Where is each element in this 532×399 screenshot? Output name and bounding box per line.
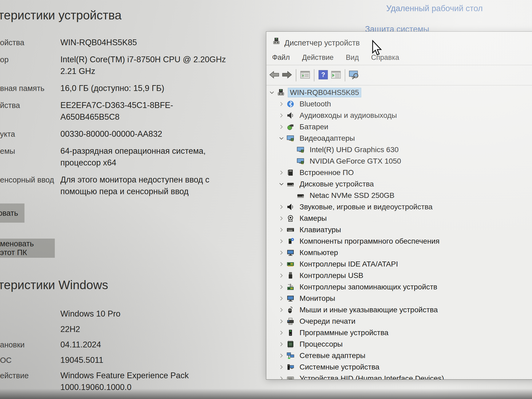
tree-item[interactable]: Встроенное ПО <box>266 167 532 178</box>
remote-desktop-link[interactable]: Удаленный рабочий стол <box>386 4 483 13</box>
chevron-right-icon[interactable] <box>278 353 285 358</box>
chevron-right-icon[interactable] <box>278 296 285 301</box>
back-button[interactable] <box>268 68 281 82</box>
bluetooth-icon <box>286 100 295 108</box>
tree-item[interactable]: Очереди печати <box>266 315 532 327</box>
device-specs-heading: теристики устройства <box>0 8 122 22</box>
menu-item[interactable]: Справка <box>371 53 399 62</box>
tree-item[interactable]: Контроллеры запоминающих устройств <box>266 281 532 293</box>
spec-value: 22H2 <box>60 323 80 335</box>
windows-spec-row: ействиеWindows Feature Experience Pack 1… <box>0 370 263 393</box>
tree-item[interactable]: Программные устройства <box>266 327 532 338</box>
chevron-right-icon[interactable] <box>278 239 285 244</box>
tree-item[interactable]: WIN-RQB04HS5K85 <box>266 87 532 98</box>
spec-value: EE2EFA7C-D363-45C1-8BFE- A650B465B5C8 <box>60 99 173 123</box>
tree-item[interactable]: NVIDIA GeForce GTX 1050 <box>266 155 532 167</box>
chevron-right-icon[interactable] <box>278 376 285 380</box>
help-button[interactable]: ? <box>317 68 330 82</box>
chevron-right-icon[interactable] <box>278 273 285 278</box>
chevron-right-icon[interactable] <box>278 113 285 118</box>
spec-label: ействие <box>0 370 60 393</box>
toolbar-separator <box>314 69 314 81</box>
chevron-right-icon[interactable] <box>278 102 285 106</box>
menu-bar: ФайлДействиеВидСправка <box>266 50 532 65</box>
window-list-icon <box>331 70 341 80</box>
tree-item[interactable]: Клавиатуры <box>266 224 532 235</box>
rename-pc-button[interactable]: меновать этот ПК <box>0 239 55 258</box>
chevron-right-icon[interactable] <box>278 124 285 129</box>
spec-label <box>0 308 60 320</box>
device-manager-window: Диспетчер устройств ФайлДействиеВидСправ… <box>266 31 532 380</box>
tree-item[interactable]: Дисковые устройства <box>266 178 532 190</box>
firmware-icon <box>286 168 295 177</box>
device-spec-row: орIntel(R) Core(TM) i7-8750H CPU @ 2.20G… <box>0 54 263 77</box>
chevron-right-icon[interactable] <box>278 205 285 209</box>
storage-icon <box>286 283 295 291</box>
tree-item[interactable]: Видеоадаптеры <box>266 132 532 144</box>
scan-hardware-changes-button[interactable] <box>348 68 360 82</box>
tree-item[interactable]: Аудиовходы и аудиовыходы <box>266 110 532 121</box>
tree-item[interactable]: Камеры <box>266 213 532 224</box>
chevron-right-icon[interactable] <box>278 319 285 324</box>
battery-icon <box>286 123 295 131</box>
tree-item[interactable]: Компоненты программного обеспечения <box>266 235 532 247</box>
tree-item[interactable]: Контроллеры IDE ATA/ATAPI <box>266 258 532 270</box>
chevron-down-icon[interactable] <box>268 90 275 95</box>
show-console-tree-button[interactable] <box>299 68 311 82</box>
tree-item[interactable]: Системные устройства <box>266 361 532 373</box>
title-bar[interactable]: Диспетчер устройств <box>266 32 532 50</box>
display-icon <box>286 134 295 143</box>
chevron-right-icon[interactable] <box>278 227 285 232</box>
tree-item[interactable]: Мыши и иные указывающие устройства <box>266 304 532 315</box>
device-spec-row: вная память16,0 ГБ (доступно: 15,9 ГБ) <box>0 82 263 94</box>
menu-item[interactable]: Вид <box>346 53 359 62</box>
disk-icon <box>286 180 295 188</box>
copy-button[interactable]: овать <box>0 203 24 223</box>
tree-item[interactable]: Устройства HID (Human Interface Devices) <box>266 373 532 379</box>
chevron-right-icon[interactable] <box>278 262 285 267</box>
chevron-right-icon[interactable] <box>278 250 285 255</box>
tree-item[interactable]: Intel(R) UHD Graphics 630 <box>266 144 532 155</box>
tree-item[interactable]: Netac NVMe SSD 250GB <box>266 190 532 201</box>
arrow-right-icon <box>281 70 293 80</box>
tree-item-label: Видеоадаптеры <box>298 134 357 143</box>
tree-item[interactable]: Bluetooth <box>266 98 532 110</box>
tree-item-label: Аудиовходы и аудиовыходы <box>298 111 399 120</box>
chevron-right-icon[interactable] <box>278 365 285 369</box>
camera-icon <box>286 214 295 223</box>
tree-item[interactable]: Сетевые адаптеры <box>266 350 532 361</box>
tree-item-label: Звуковые, игровые и видеоустройства <box>298 202 434 211</box>
tree-item-label: Компоненты программного обеспечения <box>298 237 441 246</box>
tree-item-label: Netac NVMe SSD 250GB <box>308 191 396 200</box>
chevron-right-icon[interactable] <box>278 216 285 221</box>
menu-item[interactable]: Файл <box>272 53 290 62</box>
device-spec-row: ойстваWIN-RQB04HS5K85 <box>0 37 263 48</box>
device-tree: WIN-RQB04HS5K85BluetoothАудиовходы и ауд… <box>266 85 532 379</box>
tree-item[interactable]: Батареи <box>266 121 532 132</box>
windows-spec-row: 22H2 <box>0 323 263 335</box>
tree-item-label: NVIDIA GeForce GTX 1050 <box>308 157 403 166</box>
tree-item[interactable]: Контроллеры USB <box>266 270 532 281</box>
chevron-right-icon[interactable] <box>278 170 285 175</box>
rename-pc-button-label: меновать этот ПК <box>0 239 48 257</box>
chevron-down-icon[interactable] <box>278 182 285 186</box>
tree-item[interactable]: Компьютер <box>266 247 532 258</box>
menu-item[interactable]: Действие <box>302 53 334 62</box>
arrow-left-icon <box>269 70 280 80</box>
tree-item[interactable]: Процессоры <box>266 338 532 350</box>
tree-item[interactable]: Мониторы <box>266 293 532 304</box>
software-component-icon <box>286 237 295 246</box>
speaker-icon <box>286 111 295 120</box>
chevron-right-icon[interactable] <box>278 285 285 289</box>
tree-item[interactable]: Звуковые, игровые и видеоустройства <box>266 201 532 213</box>
properties-button[interactable] <box>330 68 342 82</box>
spec-label: укта <box>0 128 60 140</box>
system-device-icon <box>286 363 295 371</box>
chevron-right-icon[interactable] <box>278 342 285 347</box>
tree-item-label: Встроенное ПО <box>298 168 356 177</box>
chevron-down-icon[interactable] <box>278 136 285 141</box>
spec-value: 04.11.2024 <box>60 339 101 351</box>
forward-button[interactable] <box>281 68 293 82</box>
chevron-right-icon[interactable] <box>278 307 285 312</box>
chevron-right-icon[interactable] <box>278 330 285 335</box>
